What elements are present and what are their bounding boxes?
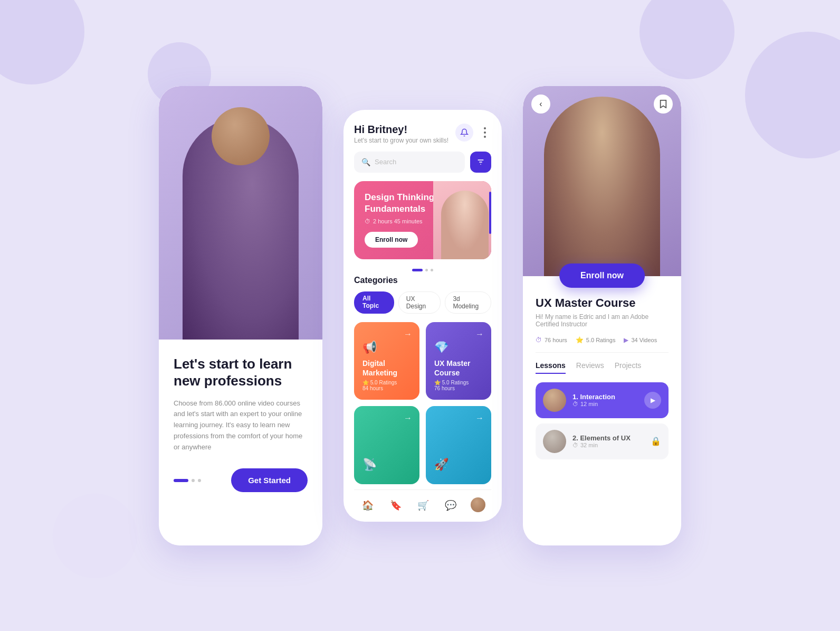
phone-2-header: Hi Britney! Let's start to grow your own…: [354, 124, 491, 144]
bottom-nav: 🏠 🔖 🛒 💬: [354, 489, 491, 522]
header-icons: [455, 124, 491, 142]
clock-icon-lesson: ⏱: [572, 401, 578, 407]
course-card-3[interactable]: → 📡: [354, 406, 419, 484]
banner-dots: [354, 269, 491, 271]
course-card-digital-marketing[interactable]: → 📢 Digital Marketing ⭐ 5.0 Ratings 84 h…: [354, 322, 419, 400]
phone-2: Hi Britney! Let's start to grow your own…: [343, 110, 502, 522]
search-icon: 🔍: [361, 158, 370, 166]
dot-2: [192, 479, 195, 482]
card-icon-ux: 💎: [434, 341, 483, 354]
card-arrow-icon-2: →: [475, 329, 484, 339]
notification-button[interactable]: [455, 124, 473, 142]
phone-1-description: Choose from 86.000 online video courses …: [174, 398, 308, 453]
phone-1-bottom: Get Started: [174, 468, 308, 492]
scroll-indicator: [489, 192, 491, 234]
card-arrow-icon: →: [404, 329, 412, 339]
course-card-ux-master[interactable]: → 💎 UX Master Course ⭐ 5.0 Ratings 76 ho…: [426, 322, 491, 400]
card-hours-marketing: 84 hours: [362, 385, 411, 391]
card-icon-4: 🚀: [434, 458, 483, 472]
course-instructor: Hi! My name is Edric and I am an Adobe C…: [536, 313, 669, 328]
tab-reviews[interactable]: Reviews: [576, 361, 604, 374]
card-rating-marketing: ⭐ 5.0 Ratings: [362, 380, 411, 385]
chip-3d-modeling[interactable]: 3d Modeling: [445, 291, 491, 314]
nav-avatar[interactable]: [471, 497, 485, 512]
filter-button[interactable]: [470, 152, 491, 173]
tab-lessons[interactable]: Lessons: [536, 361, 566, 374]
lesson-avatar-2: [543, 430, 566, 453]
slide-indicator: [174, 479, 201, 482]
nav-bookmark[interactable]: 🔖: [388, 497, 404, 513]
lesson-time-2: ⏱ 32 min: [572, 442, 644, 448]
enroll-button[interactable]: Enroll now: [559, 263, 645, 288]
card-hours-ux: 76 hours: [434, 385, 483, 391]
phone-1-hero-image: [159, 86, 322, 340]
lesson-info-2: 2. Elements of UX ⏱ 32 min: [572, 434, 644, 448]
phone-1: Let's start to learn new professions Cho…: [159, 86, 322, 545]
chip-all-topic[interactable]: All Topic: [354, 291, 394, 314]
clock-icon: ⏱: [365, 218, 370, 224]
banner-image: [433, 181, 491, 259]
lesson-item-2[interactable]: 2. Elements of UX ⏱ 32 min 🔒: [536, 423, 669, 459]
active-slide-dot: [412, 269, 423, 271]
categories-title: Categories: [354, 276, 491, 285]
stat-ratings: ⭐ 5.0 Ratings: [576, 336, 616, 344]
back-button[interactable]: ‹: [531, 95, 550, 114]
card-rating-ux: ⭐ 5.0 Ratings: [434, 380, 483, 385]
phone-3: ‹ Enroll now UX Master Course Hi! My nam…: [523, 86, 681, 545]
active-dot: [174, 479, 188, 482]
phone-1-content: Let's start to learn new professions Cho…: [159, 340, 322, 545]
greeting-section: Hi Britney! Let's start to grow your own…: [354, 124, 448, 144]
card-arrow-icon-4: →: [475, 413, 484, 423]
courses-grid: → 📢 Digital Marketing ⭐ 5.0 Ratings 84 h…: [354, 322, 491, 484]
course-title: UX Master Course: [536, 296, 669, 310]
lesson-time-1: ⏱ 12 min: [572, 401, 638, 407]
nav-cart[interactable]: 🛒: [415, 497, 431, 513]
nav-home[interactable]: 🏠: [360, 497, 376, 513]
category-chips: All Topic UX Design 3d Modeling: [354, 291, 491, 314]
banner-enroll-button[interactable]: Enroll now: [365, 232, 418, 248]
banner-title: Design Thinking Fundamentals: [365, 192, 438, 215]
stat-videos: ▶ 34 Videos: [624, 336, 657, 344]
card-icon-3: 📡: [362, 458, 411, 472]
phone-3-hero: ‹ Enroll now: [523, 86, 681, 276]
nav-chat[interactable]: 💬: [443, 497, 459, 513]
lesson-number-2: 2. Elements of UX: [572, 434, 644, 442]
course-stats: ⏱ 76 hours ⭐ 5.0 Ratings ▶ 34 Videos: [536, 336, 669, 353]
lesson-avatar-1: [543, 389, 566, 412]
clock-icon-stat: ⏱: [536, 336, 542, 344]
search-placeholder: Search: [375, 158, 396, 166]
get-started-button[interactable]: Get Started: [231, 468, 308, 492]
greeting-title: Hi Britney!: [354, 124, 448, 136]
star-icon-stat: ⭐: [576, 336, 584, 344]
clock-icon-lesson-2: ⏱: [572, 442, 578, 448]
screens-container: Let's start to learn new professions Cho…: [0, 0, 840, 631]
tab-projects[interactable]: Projects: [615, 361, 642, 374]
stat-hours: ⏱ 76 hours: [536, 336, 567, 344]
chip-ux-design[interactable]: UX Design: [398, 291, 441, 314]
lock-icon: 🔒: [651, 436, 661, 446]
dot-3: [198, 479, 201, 482]
card-title-ux: UX Master Course: [434, 359, 483, 378]
video-icon-stat: ▶: [624, 336, 628, 344]
lessons-tabs: Lessons Reviews Projects: [536, 361, 669, 374]
phone-3-content: UX Master Course Hi! My name is Edric an…: [523, 276, 681, 545]
bookmark-button[interactable]: [654, 95, 673, 114]
search-input-wrap[interactable]: 🔍 Search: [354, 152, 465, 173]
menu-button[interactable]: [479, 126, 491, 139]
course-card-4[interactable]: → 🚀: [426, 406, 491, 484]
phone-1-title: Let's start to learn new professions: [174, 355, 308, 390]
lesson-info-1: 1. Interaction ⏱ 12 min: [572, 393, 638, 407]
card-icon-marketing: 📢: [362, 341, 411, 354]
search-bar: 🔍 Search: [354, 152, 491, 173]
slide-dot-2: [425, 269, 428, 271]
banner: Design Thinking Fundamentals ⏱ 2 hours 4…: [354, 181, 491, 259]
card-title-marketing: Digital Marketing: [362, 359, 411, 378]
lesson-item-1[interactable]: 1. Interaction ⏱ 12 min ▶: [536, 382, 669, 418]
slide-dot-3: [431, 269, 433, 271]
greeting-subtitle: Let's start to grow your own skills!: [354, 137, 448, 144]
play-button-1[interactable]: ▶: [644, 392, 661, 409]
lesson-number-1: 1. Interaction: [572, 393, 638, 401]
card-arrow-icon-3: →: [404, 413, 412, 423]
